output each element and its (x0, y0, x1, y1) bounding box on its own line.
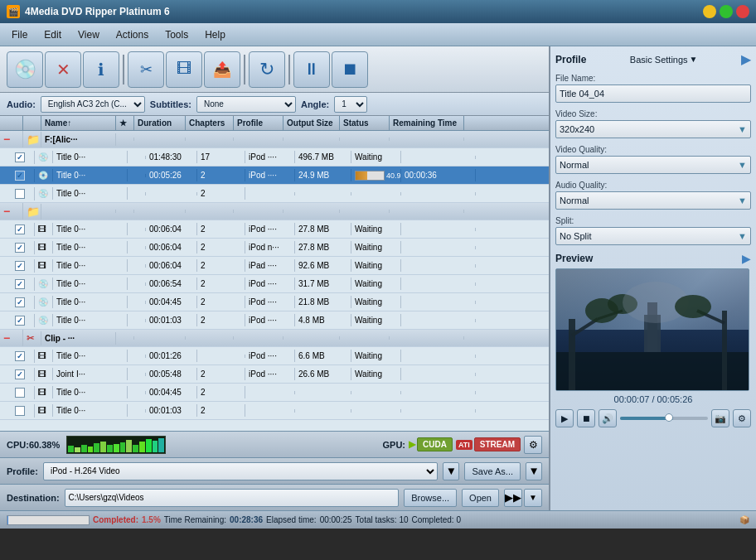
file-list: Name↑ ★ Duration Chapters Profile Output… (0, 116, 549, 431)
menu-bar: File Edit View Actions Tools Help (0, 23, 756, 46)
stop-preview-button[interactable]: ⏹ (577, 409, 595, 427)
profile-tab[interactable]: Profile (555, 54, 586, 65)
header-output[interactable]: Output Size (284, 116, 340, 130)
list-item[interactable]: 🎞 Title 0··· 00:04:45 2 (0, 384, 549, 402)
list-item[interactable]: 💿 Title 0··· 00:01:03 2 iPod ···· 4.8 MB… (0, 311, 549, 330)
gpu-section: GPU: ▶ CUDA ATI STREAM ⚙ (383, 436, 542, 454)
separator-3 (288, 55, 290, 84)
export-button[interactable]: 📤 (204, 51, 240, 88)
list-item[interactable]: 💿 Title 0··· 2 (0, 185, 549, 203)
video-quality-arrow: ▼ (738, 160, 747, 170)
menu-file[interactable]: File (3, 26, 36, 44)
close-button[interactable] (736, 5, 749, 18)
header-duration[interactable]: Duration (134, 116, 186, 130)
video-size-arrow: ▼ (738, 124, 747, 134)
list-item[interactable]: 🎞 Title 0··· 00:01:26 iPod ···· 6.6 MB W… (0, 347, 549, 365)
list-item[interactable]: 💿 Title 0··· 01:48:30 17 iPod ···· 496.7… (0, 148, 549, 167)
subtitles-label: Subtitles: (150, 99, 191, 109)
add-dvd-button[interactable]: 💿 (7, 51, 43, 88)
title-bar: 🎬 4Media DVD Ripper Platinum 6 (0, 0, 756, 23)
cpu-bar (153, 441, 158, 452)
info-button[interactable]: ℹ (83, 51, 119, 88)
subtitles-select[interactable]: None (196, 96, 296, 113)
group-row-1[interactable]: − 📁 F:[Alic··· (0, 131, 549, 148)
audio-select[interactable]: English AC3 2ch (C... (41, 96, 145, 113)
preview-header: Preview ▶ (555, 252, 751, 265)
preview-section: Preview ▶ (555, 252, 751, 505)
preview-arrow-button[interactable]: ▶ (742, 252, 751, 265)
header-profile[interactable]: Profile (234, 116, 284, 130)
stop-button[interactable]: ⏹ (332, 51, 368, 88)
list-item[interactable]: 🎞 Joint I··· 00:05:48 2 iPod ···· 26.6 M… (0, 365, 549, 384)
group-row-2[interactable]: − 📁 (0, 203, 549, 220)
play-button[interactable]: ▶ (555, 409, 574, 427)
volume-slider[interactable] (620, 417, 708, 420)
menu-view[interactable]: View (70, 26, 108, 44)
split-select[interactable]: No Split ▼ (555, 227, 751, 245)
header-remaining[interactable]: Remaining Time (390, 116, 464, 130)
disc-icon: 💿 (35, 151, 53, 163)
right-panel-header: Profile Basic Settings ▼ ▶ (555, 51, 751, 67)
header-check (0, 116, 23, 130)
dest-input[interactable] (65, 489, 400, 507)
header-chapters[interactable]: Chapters (186, 116, 234, 130)
video-quality-group: Video Quality: Normal ▼ (555, 145, 751, 174)
video-quality-select[interactable]: Normal ▼ (555, 156, 751, 174)
angle-label: Angle: (301, 99, 329, 109)
list-item[interactable]: 🎞 Title 0··· 00:06:04 2 iPad ···· 92.6 M… (0, 257, 549, 275)
save-as-button[interactable]: Save As... (464, 462, 521, 480)
refresh-button[interactable]: ↻ (249, 51, 285, 88)
list-item[interactable]: 💿 Title 0··· 00:04:45 2 iPod ···· 21.8 M… (0, 293, 549, 311)
angle-select[interactable]: 1 (334, 96, 367, 113)
menu-tools[interactable]: Tools (157, 26, 196, 44)
cpu-label: CPU:60.38% (7, 440, 60, 450)
cut-button[interactable]: ✂ (128, 51, 164, 88)
header-status[interactable]: Status (340, 116, 390, 130)
convert-option-button[interactable]: ▼ (524, 489, 542, 507)
film-effect-button[interactable]: 🎞 (166, 51, 202, 88)
video-size-select[interactable]: 320x240 ▼ (555, 120, 751, 138)
header-name[interactable]: Name↑ (41, 116, 116, 130)
list-item-selected[interactable]: 💿 Title 0··· 00:05:26 2 iPod ···· 24.9 M… (0, 167, 549, 185)
profile-select[interactable]: iPod - H.264 Video (43, 462, 439, 480)
header-star: ★ (116, 116, 134, 130)
browse-button[interactable]: Browse... (404, 489, 457, 507)
menu-actions[interactable]: Actions (108, 26, 157, 44)
cpu-bar (75, 447, 80, 451)
preview-controls: ▶ ⏹ 🔊 📷 ⚙ (555, 408, 751, 429)
cpu-bar (107, 445, 113, 451)
menu-edit[interactable]: Edit (36, 26, 70, 44)
gpu-settings-button[interactable]: ⚙ (524, 436, 542, 454)
list-item[interactable]: 💿 Title 0··· 00:06:54 2 iPod ···· 31.7 M… (0, 275, 549, 293)
delete-button[interactable]: ✕ (45, 51, 81, 88)
file-name-group: File Name: (555, 74, 751, 103)
minimize-button[interactable] (703, 5, 716, 18)
maximize-button[interactable] (720, 5, 733, 18)
group-row-3[interactable]: − ✂ Clip - ··· (0, 330, 549, 347)
convert-start-button[interactable]: ▶▶ (504, 489, 522, 507)
volume-button[interactable]: 🔊 (598, 409, 617, 427)
profile-dropdown-button[interactable]: ▼ (443, 462, 459, 480)
settings-preview-button[interactable]: ⚙ (733, 409, 751, 427)
list-item[interactable]: 🎞 Title 0··· 00:06:04 2 iPod n··· 27.8 M… (0, 239, 549, 257)
preview-dark (556, 330, 749, 390)
settings-tab[interactable]: Basic Settings ▼ (630, 55, 698, 65)
open-button[interactable]: Open (462, 489, 499, 507)
video-size-label: Video Size: (555, 109, 751, 118)
split-label: Split: (555, 216, 751, 225)
preview-label: Preview (555, 253, 593, 264)
list-item[interactable]: 🎞 Title 0··· 00:06:04 2 iPod ···· 27.8 M… (0, 220, 549, 239)
settings-tab-label: Basic Settings (630, 55, 688, 65)
menu-help[interactable]: Help (196, 26, 234, 44)
audio-quality-group: Audio Quality: Normal ▼ (555, 181, 751, 210)
list-item[interactable]: 🎞 Title 0··· 00:01:03 2 (0, 402, 549, 420)
save-dropdown-button[interactable]: ▼ (526, 462, 542, 480)
cpu-bar (120, 442, 126, 452)
file-name-label: File Name: (555, 74, 751, 83)
audio-quality-select[interactable]: Normal ▼ (555, 191, 751, 210)
snapshot-button[interactable]: 📷 (711, 409, 729, 427)
file-name-input[interactable] (555, 84, 751, 103)
pause-button[interactable]: ⏸ (293, 51, 330, 88)
right-arrow-button[interactable]: ▶ (741, 51, 751, 67)
stream-badge: STREAM (474, 437, 521, 451)
